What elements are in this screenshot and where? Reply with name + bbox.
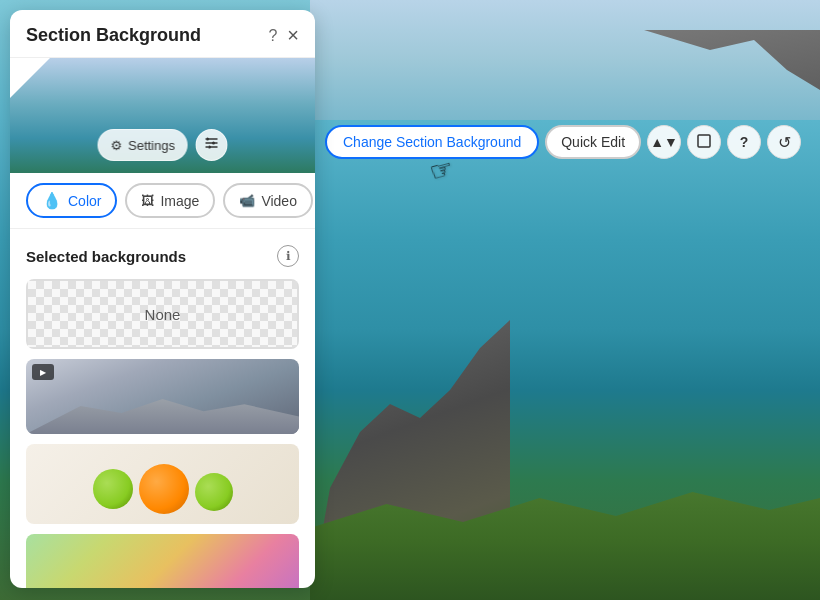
none-label: None (145, 306, 181, 323)
section-label-row: Selected backgrounds ℹ (26, 245, 299, 267)
none-background-preview: None (26, 279, 299, 349)
refresh-icon-button[interactable]: ↺ (767, 125, 801, 159)
quick-edit-button[interactable]: Quick Edit (545, 125, 641, 159)
background-option-citrus[interactable] (26, 444, 299, 524)
navigate-icon: ▲▼ (650, 134, 678, 150)
video-tab-label: Video (261, 193, 297, 209)
gradient-background-preview (26, 534, 299, 588)
panel-header: Section Background ? × (10, 10, 315, 58)
orange-fruit (139, 464, 189, 514)
filters-button[interactable] (196, 129, 228, 161)
section-background-panel: Section Background ? × ⚙ Settings (10, 10, 315, 588)
panel-help-button[interactable]: ? (268, 27, 277, 45)
color-tab-icon: 💧 (42, 191, 62, 210)
change-section-background-button[interactable]: Change Section Background (325, 125, 539, 159)
image-tab-icon: 🖼 (141, 193, 154, 208)
image-tab-label: Image (160, 193, 199, 209)
info-icon: ℹ (286, 249, 291, 263)
navigate-icon-button[interactable]: ▲▼ (647, 125, 681, 159)
panel-help-icon: ? (268, 27, 277, 45)
floating-toolbar: Change Section Background Quick Edit ▲▼ … (325, 125, 801, 159)
panel-header-icons: ? × (268, 24, 299, 47)
tab-video[interactable]: 📹 Video (223, 183, 313, 218)
background-option-none[interactable]: None (26, 279, 299, 349)
tab-image[interactable]: 🖼 Image (125, 183, 215, 218)
selected-backgrounds-label: Selected backgrounds (26, 248, 186, 265)
crop-icon (696, 133, 712, 152)
help-icon: ? (740, 134, 749, 150)
tab-bar: 💧 Color 🖼 Image 📹 Video (10, 173, 315, 229)
citrus-background-preview (26, 444, 299, 524)
background-option-gradient[interactable] (26, 534, 299, 588)
lime-1 (93, 469, 133, 509)
video-tab-icon: 📹 (239, 193, 255, 208)
panel-body: Selected backgrounds ℹ None (10, 229, 315, 588)
help-icon-button[interactable]: ? (727, 125, 761, 159)
sky-area (310, 0, 820, 120)
color-tab-label: Color (68, 193, 101, 209)
panel-preview: ⚙ Settings (10, 58, 315, 173)
info-icon-button[interactable]: ℹ (277, 245, 299, 267)
gear-icon: ⚙ (110, 138, 122, 153)
video-badge-mountain (32, 364, 54, 380)
crop-icon-button[interactable] (687, 125, 721, 159)
panel-close-button[interactable]: × (287, 24, 299, 47)
settings-label: Settings (128, 138, 175, 153)
refresh-icon: ↺ (778, 133, 791, 152)
filters-icon (204, 135, 220, 155)
panel-close-icon: × (287, 24, 299, 47)
lime-2 (195, 473, 233, 511)
mountain-background-preview (26, 359, 299, 434)
background-option-mountain[interactable] (26, 359, 299, 434)
settings-button[interactable]: ⚙ Settings (97, 129, 188, 161)
panel-title: Section Background (26, 25, 201, 46)
tab-color[interactable]: 💧 Color (26, 183, 117, 218)
preview-settings-bar: ⚙ Settings (97, 129, 228, 161)
svg-rect-0 (698, 135, 710, 147)
